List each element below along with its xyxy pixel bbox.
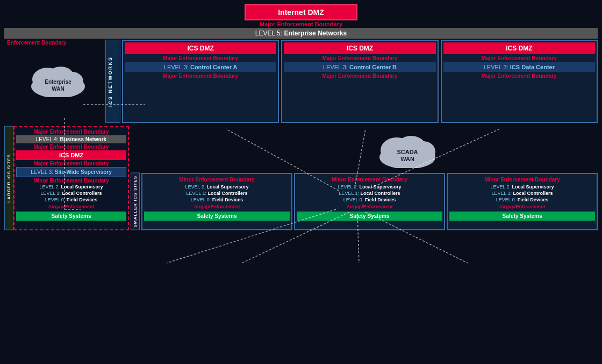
major-enf-a2: Major Enforcement Boundary bbox=[163, 72, 238, 80]
site1-airgap: Airgap/Enforcement bbox=[194, 203, 240, 210]
major-enf-c2: Major Enforcement Boundary bbox=[482, 72, 557, 80]
site1-level2: LEVEL 2: Local Supervisory bbox=[144, 184, 290, 190]
site2-level2: LEVEL 2: Local Supervisory bbox=[297, 184, 442, 190]
smaller-site-2: Minor Enforcement Boundary LEVEL 2: Loca… bbox=[294, 173, 445, 230]
larger-ics-box: Major Enforcement Boundary LEVEL 4: Busi… bbox=[13, 126, 129, 230]
larger-ics-dmz: ICS DMZ bbox=[16, 150, 126, 160]
larger-airgap: Airgap/Enforcement bbox=[16, 203, 126, 210]
larger-major2: Major Enforcement Boundary bbox=[16, 144, 126, 150]
site2-airgap: Airgap/Enforcement bbox=[346, 203, 392, 210]
site3-safety: Safety Systems bbox=[449, 212, 595, 221]
major-enf-b2: Major Enforcement Boundary bbox=[322, 72, 397, 80]
ics-networks-label: ICS NETWORKS bbox=[105, 40, 120, 123]
major-enforcement-top: Major Enforcement Boundary bbox=[260, 21, 342, 27]
svg-text:WAN: WAN bbox=[52, 86, 64, 92]
site1-safety: Safety Systems bbox=[144, 212, 290, 221]
site1-level0: LEVEL 0: Field Devices bbox=[144, 196, 290, 203]
larger-ics-label: LARGER ICS SITES bbox=[4, 126, 13, 230]
site2-safety: Safety Systems bbox=[297, 212, 442, 221]
larger-minor: Minor Enforcement Boundary bbox=[16, 178, 126, 184]
svg-text:WAN: WAN bbox=[400, 156, 414, 162]
site2-minor: Minor Enforcement Boundary bbox=[332, 176, 407, 184]
level3-c-label: LEVEL 3: ICS Data Center bbox=[443, 62, 595, 72]
larger-level1: LEVEL 1: Local Controllers bbox=[16, 190, 126, 196]
level3-sw: LEVEL 3: Site-Wide Supervisory bbox=[16, 167, 126, 177]
smaller-site-3: Minor Enforcement Boundary LEVEL 2: Loca… bbox=[447, 173, 598, 230]
ics-dmz-b: ICS DMZ bbox=[284, 42, 435, 54]
site3-level1: LEVEL 1: Local Controllers bbox=[449, 190, 595, 196]
site2-level0: LEVEL 0: Field Devices bbox=[297, 196, 442, 203]
site3-airgap: Airgap/Enforcement bbox=[499, 203, 545, 210]
site1-level1: LEVEL 1: Local Controllers bbox=[144, 190, 290, 196]
ics-dmz-c: ICS DMZ bbox=[443, 42, 595, 54]
major-enf-a1: Major Enforcement Boundary bbox=[163, 54, 238, 62]
site3-level0: LEVEL 0: Field Devices bbox=[449, 196, 595, 203]
level4-row: LEVEL 4: Business Network bbox=[16, 135, 126, 143]
svg-text:SCADA: SCADA bbox=[397, 149, 418, 155]
level3-a-label: LEVEL 3: Control Center A bbox=[125, 62, 276, 72]
ics-data-center-box: ICS DMZ Major Enforcement Boundary LEVEL… bbox=[441, 40, 598, 123]
site1-minor: Minor Enforcement Boundary bbox=[179, 176, 255, 184]
larger-major-top: Major Enforcement Boundary bbox=[16, 129, 126, 135]
svg-text:Enterprise: Enterprise bbox=[45, 79, 71, 85]
site3-minor: Minor Enforcement Boundary bbox=[484, 176, 560, 184]
control-center-a-box: ICS DMZ Major Enforcement Boundary LEVEL… bbox=[122, 40, 279, 123]
enterprise-wan: Enterprise WAN bbox=[12, 57, 104, 97]
enforcement-boundary-label: Enforcement Boundary bbox=[7, 40, 104, 46]
smaller-ics-label: SMALLER ICS SITES bbox=[131, 173, 140, 230]
site3-level2: LEVEL 2: Local Supervisory bbox=[449, 184, 595, 190]
scada-wan: SCADA WAN bbox=[217, 126, 598, 168]
major-enf-b1: Major Enforcement Boundary bbox=[322, 54, 397, 62]
ics-dmz-a: ICS DMZ bbox=[125, 42, 276, 54]
major-enf-c1: Major Enforcement Boundary bbox=[482, 54, 557, 62]
larger-safety: Safety Systems bbox=[16, 212, 126, 221]
larger-level2: LEVEL 2: Local Supervisory bbox=[16, 184, 126, 190]
internet-dmz-box: Internet DMZ bbox=[245, 4, 357, 20]
site2-level1: LEVEL 1: Local Controllers bbox=[297, 190, 442, 196]
larger-major3: Major Enforcement Boundary bbox=[16, 161, 126, 166]
smaller-site-1: Minor Enforcement Boundary LEVEL 2: Loca… bbox=[141, 173, 292, 230]
larger-level0: LEVEL 0: Field Devices bbox=[16, 196, 126, 203]
level3-b-label: LEVEL 3: Control Center B bbox=[284, 62, 435, 72]
level5-bar: LEVEL 5: Enterprise Networks bbox=[4, 28, 598, 39]
control-center-b-box: ICS DMZ Major Enforcement Boundary LEVEL… bbox=[281, 40, 438, 123]
